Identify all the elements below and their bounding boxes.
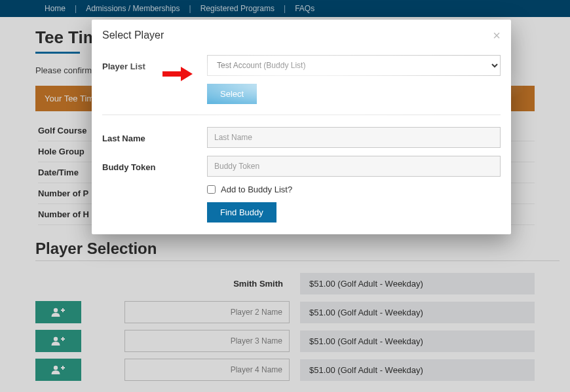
select-player-modal: Select Player × Player List Test Account… (92, 20, 511, 234)
last-name-input[interactable] (207, 127, 501, 148)
select-button[interactable]: Select (207, 84, 257, 104)
find-buddy-button[interactable]: Find Buddy (207, 202, 276, 223)
player-list-label: Player List (102, 60, 207, 71)
add-to-buddy-list-checkbox[interactable] (207, 185, 216, 194)
modal-title: Select Player (102, 29, 164, 41)
buddy-token-label: Buddy Token (102, 161, 207, 172)
last-name-label: Last Name (102, 132, 207, 143)
close-icon[interactable]: × (493, 29, 501, 42)
buddy-token-input[interactable] (207, 156, 501, 177)
add-to-buddy-list-label: Add to Buddy List? (221, 185, 292, 194)
player-list-select[interactable]: Test Account (Buddy List) (207, 55, 501, 76)
modal-divider (102, 115, 501, 115)
